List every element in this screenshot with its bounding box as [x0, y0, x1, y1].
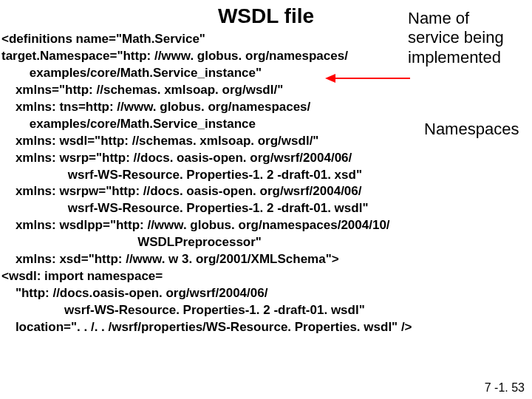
wsdl-code: <definitions name="Math.Service" target.… — [0, 31, 532, 336]
slide-number: 7 -1. 53 — [485, 381, 525, 395]
annotation-service-name: Name of service being implemented — [408, 9, 519, 67]
svg-marker-1 — [325, 74, 335, 83]
arrow-icon — [325, 71, 414, 86]
annotation-namespaces: Namespaces — [424, 120, 528, 139]
